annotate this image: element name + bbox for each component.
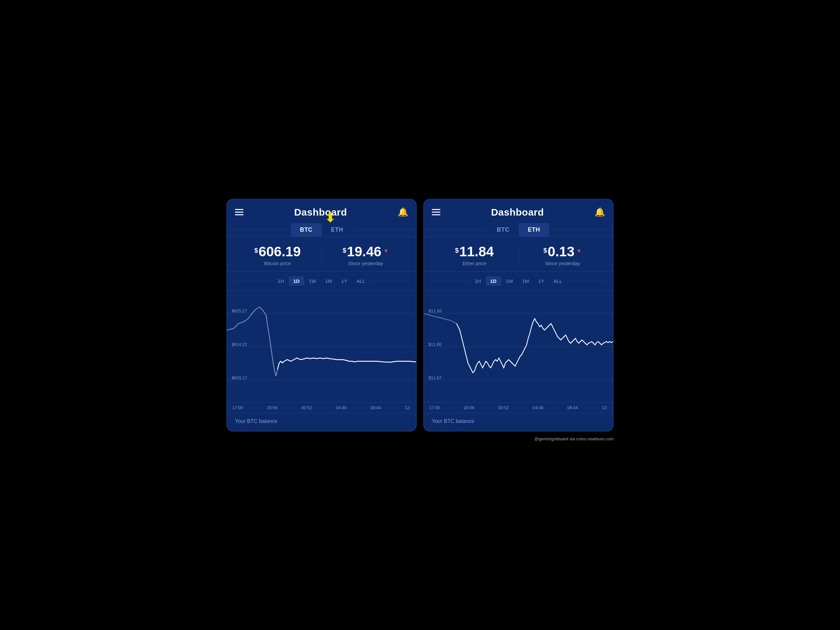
eth-footer: Your BTC balance	[424, 413, 613, 431]
eth-time-axis: 17:00 20:56 00:52 04:48 08:44 12:	[424, 402, 613, 413]
eth-price-divider	[518, 245, 519, 266]
eth-tab-line-right	[549, 230, 613, 230]
time-label-2: 00:52	[301, 405, 312, 410]
time-label-4: 08:44	[371, 405, 381, 410]
tf-1w[interactable]: 1W	[304, 276, 321, 286]
yellow-arrow: ⬇	[325, 211, 335, 225]
tf-all[interactable]: ALL	[352, 276, 370, 286]
btc-balance-label: Your BTC balance	[235, 418, 277, 424]
tf-1h[interactable]: 1H	[273, 276, 289, 286]
btc-panel: Dashboard 🔔 BTC ETH ⬇ $ 606.19 Bitcoin p…	[226, 199, 417, 431]
eth-price-block: $ 11.84 Ether price	[433, 245, 516, 266]
eth-tf-1y[interactable]: 1Y	[534, 276, 549, 286]
tab-line-left	[227, 230, 291, 230]
eth-since-arrow-icon: ▼	[576, 248, 582, 254]
eth-tf-1h[interactable]: 1H	[470, 276, 486, 286]
btc-price-value: 606.19	[259, 245, 300, 259]
eth-balance-label: Your BTC balance	[432, 418, 474, 424]
price-section: $ 606.19 Bitcoin price $ 19.46 ▼ Since y…	[227, 237, 416, 272]
eth-tab-line-left	[424, 230, 488, 230]
since-value: 19.46	[347, 245, 381, 259]
btc-header: Dashboard 🔔	[227, 199, 416, 223]
btc-price-main: $ 606.19	[236, 245, 319, 259]
btc-chart: $625.27 $614.22 $603.17	[227, 291, 416, 402]
tab-bar: BTC ETH ⬇	[227, 223, 416, 237]
time-label-3: 04:48	[336, 405, 347, 410]
eth-tab-eth[interactable]: ETH	[519, 223, 549, 237]
eth-price-section: $ 11.84 Ether price $ 0.13 ▼ Since yeste…	[424, 237, 613, 272]
eth-tf-1d[interactable]: 1D	[486, 276, 501, 286]
eth-notification-bell[interactable]: 🔔	[595, 207, 605, 217]
eth-since-block: $ 0.13 ▼ Since yesterday	[521, 245, 604, 266]
btc-chart-svg	[227, 291, 416, 402]
eth-page-title: Dashboard	[491, 207, 544, 218]
eth-dollar-sign: $	[455, 247, 459, 254]
tf-1y[interactable]: 1Y	[337, 276, 352, 286]
eth-time-label-4: 08:44	[567, 405, 578, 410]
eth-since-value: 0.13	[548, 245, 575, 259]
btc-price-block: $ 606.19 Bitcoin price	[236, 245, 319, 266]
timeframe-bar: 1H 1D 1W 1M 1Y ALL	[227, 272, 416, 291]
since-label: Since yesterday	[325, 261, 407, 266]
eth-tab-btc[interactable]: BTC	[488, 223, 519, 237]
tf-1m[interactable]: 1M	[321, 276, 337, 286]
eth-since-dollar: $	[543, 247, 547, 254]
eth-time-label-3: 04:48	[533, 405, 544, 410]
btc-since-block: $ 19.46 ▼ Since yesterday	[325, 245, 407, 266]
eth-time-label-1: 20:56	[464, 405, 474, 410]
eth-price-label: Ether price	[433, 261, 516, 266]
eth-price-main: $ 11.84	[433, 245, 516, 259]
btc-price-label: Bitcoin price	[236, 261, 319, 266]
btc-time-axis: 17:00 20:56 00:52 04:48 08:44 12:	[227, 402, 416, 413]
eth-price-value: 11.84	[459, 245, 494, 259]
eth-header: Dashboard 🔔	[424, 199, 613, 223]
time-label-0: 17:00	[232, 405, 243, 410]
eth-since-main: $ 0.13 ▼	[521, 245, 604, 259]
eth-tab-bar: BTC ETH	[424, 223, 613, 237]
watermark: @geminigoldsaint via coins.newbium.com	[534, 436, 614, 441]
btc-dollar-sign: $	[254, 247, 258, 254]
eth-time-label-2: 00:52	[498, 405, 509, 410]
eth-since-label: Since yesterday	[521, 261, 604, 266]
eth-timeframe-bar: 1H 1D 1W 1M 1Y ALL	[424, 272, 613, 291]
since-arrow-icon: ▼	[383, 248, 388, 254]
eth-tf-all[interactable]: ALL	[549, 276, 567, 286]
price-divider	[322, 245, 322, 266]
btc-since-main: $ 19.46 ▼	[325, 245, 407, 259]
eth-time-label-5: 12:	[602, 405, 608, 410]
notification-bell[interactable]: 🔔	[398, 207, 408, 217]
time-label-5: 12:	[405, 405, 411, 410]
eth-tf-1w[interactable]: 1W	[501, 276, 518, 286]
eth-time-label-0: 17:00	[429, 405, 440, 410]
tab-btc[interactable]: BTC	[291, 223, 322, 237]
menu-button[interactable]	[235, 209, 243, 215]
tf-1d[interactable]: 1D	[289, 276, 304, 286]
page-title: Dashboard	[294, 207, 347, 218]
tab-line-right	[352, 230, 416, 230]
eth-panel: Dashboard 🔔 BTC ETH $ 11.84 Ether price …	[423, 199, 614, 431]
eth-tf-1m[interactable]: 1M	[518, 276, 534, 286]
eth-chart: $11.93 $11.80 $11.67	[424, 291, 613, 402]
time-label-1: 20:56	[267, 405, 278, 410]
tab-eth[interactable]: ETH	[322, 223, 353, 237]
btc-footer: Your BTC balance	[227, 413, 416, 431]
eth-menu-button[interactable]	[432, 209, 441, 215]
eth-chart-svg	[424, 291, 613, 402]
since-dollar-sign: $	[343, 247, 346, 254]
